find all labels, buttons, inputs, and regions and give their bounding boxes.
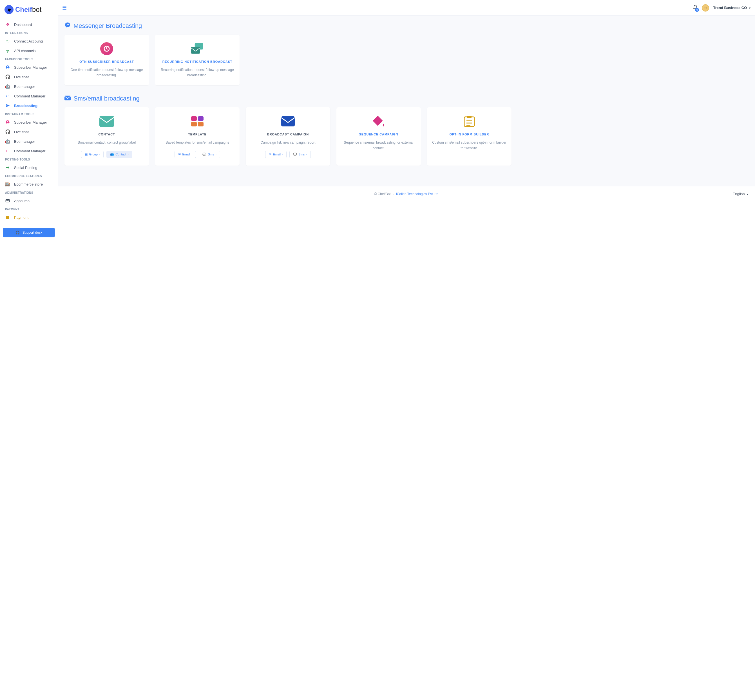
nav-ig-live-chat[interactable]: 🎧 Live chat xyxy=(0,127,58,137)
nav-heading-payment: PAYMENT xyxy=(0,206,58,212)
section-title-smsemail: Sms/email broadcasting xyxy=(64,95,748,102)
card-optin-form[interactable]: OPT-IN FORM BUILDER Custom sms/email sub… xyxy=(427,107,512,165)
contact-group-button[interactable]: ▦ Group › xyxy=(81,151,104,158)
header: ☰ 0 TB Trend Business CO ▾ xyxy=(58,0,755,16)
card-title: CONTACT xyxy=(70,133,144,136)
nav-label: Subscriber Manager xyxy=(14,65,47,70)
reply-icon: ↩ xyxy=(5,94,10,98)
nav-label: Bot manager xyxy=(14,139,35,144)
footer-sep: · xyxy=(393,192,394,196)
chip-label: Email xyxy=(273,153,281,156)
nav-heading-admin: ADMINISTRATIONS xyxy=(0,189,58,196)
card-title: SEQUENCE CAMPAIGN xyxy=(342,133,416,136)
nav-label: Dashboard xyxy=(14,22,32,27)
chevron-right-icon: › xyxy=(192,153,192,156)
chip-label: Sms xyxy=(208,153,214,156)
nav-fb-comment-mgr[interactable]: ↩ Comment Manager xyxy=(0,91,58,101)
svg-rect-10 xyxy=(191,47,200,54)
support-desk-button[interactable]: 🎧 Support desk xyxy=(3,228,55,238)
nav-ecom-store[interactable]: 🏬 Ecommerce store xyxy=(0,180,58,189)
user-menu[interactable]: Trend Business CO ▾ xyxy=(713,6,750,10)
link-icon: ⟲ xyxy=(5,39,10,44)
card-recurring-broadcast[interactable]: RECURRING NOTIFICATION BROADCAST Recurri… xyxy=(155,34,240,85)
notif-count: 0 xyxy=(695,8,699,12)
svg-point-4 xyxy=(7,121,8,122)
template-sms-button[interactable]: 💬 Sms › xyxy=(199,151,220,158)
stacked-mail-icon xyxy=(190,41,205,56)
card-sequence-campaign[interactable]: SEQUENCE CAMPAIGN Sequence sms/email bro… xyxy=(336,107,421,165)
section-title-messenger: Messenger Broadcasting xyxy=(64,22,748,30)
campaign-email-button[interactable]: ✉ Email › xyxy=(265,151,287,158)
nav-label: Live chat xyxy=(14,75,29,79)
robot-icon: 🤖 xyxy=(5,84,10,89)
sidebar: Cheifbot ❖ Dashboard INTEGRATIONS ⟲ Conn… xyxy=(0,0,58,700)
language-select[interactable]: English ▾ xyxy=(733,192,748,196)
card-desc: Saved templates for sms/email campaigns xyxy=(160,140,234,145)
share-icon xyxy=(5,165,10,170)
logo-text-a: Cheif xyxy=(15,6,32,13)
messenger-icon xyxy=(64,22,71,30)
nav-api-channels[interactable]: API channels xyxy=(0,46,58,55)
user-circle-icon xyxy=(5,120,10,125)
card-desc: Sequence sms/email broadcasting for exte… xyxy=(342,140,416,151)
notifications-button[interactable]: 0 xyxy=(693,5,698,11)
card-template: TEMPLATE Saved templates for sms/email c… xyxy=(155,107,240,165)
headset-icon: 🎧 xyxy=(5,74,10,80)
nav-appsumo[interactable]: Appsumo xyxy=(0,196,58,206)
nav-social-posting[interactable]: Social Posting xyxy=(0,163,58,172)
chevron-right-icon: › xyxy=(99,153,100,156)
chip-label: Contact xyxy=(115,153,126,156)
nav-ig-subscriber-mgr[interactable]: Subscriber Manager xyxy=(0,117,58,127)
flame-icon: ❖ xyxy=(5,22,10,27)
logo-text-b: bot xyxy=(32,6,41,13)
nav-ig-bot-mgr[interactable]: 🤖 Bot manager xyxy=(0,137,58,146)
grid-icon xyxy=(190,114,205,129)
nav-label: Live chat xyxy=(14,130,29,134)
content: Messenger Broadcasting OTN SUBSCRIBER BR… xyxy=(58,16,755,186)
footer-link[interactable]: iCollab Technologies Pvt Ltd xyxy=(396,192,438,196)
card-title: RECURRING NOTIFICATION BROADCAST xyxy=(160,60,234,63)
nav-fb-broadcasting[interactable]: Broadcasting xyxy=(0,101,58,110)
nav-heading-igtools: INSTAGRAM TOOLS xyxy=(0,110,58,117)
footer-copyright: © CheifBot xyxy=(374,192,390,196)
chip-label: Sms xyxy=(298,153,304,156)
template-email-button[interactable]: ✉ Email › xyxy=(175,151,196,158)
store-icon: 🏬 xyxy=(5,181,10,187)
wifi-icon xyxy=(5,48,10,53)
menu-toggle-icon[interactable]: ☰ xyxy=(62,5,67,11)
nav-label: Social Posting xyxy=(14,166,37,170)
nav-label: Broadcasting xyxy=(14,104,37,108)
campaign-sms-button[interactable]: 💬 Sms › xyxy=(289,151,310,158)
nav-ig-comment-mgr[interactable]: ↩ Comment Manager xyxy=(0,146,58,156)
contact-contact-button[interactable]: 👥 Contact › xyxy=(106,151,132,158)
nav-heading-ecom: ECOMMERCE FEATURES xyxy=(0,172,58,180)
nav-label: Comment Manager xyxy=(14,94,45,98)
nav-label: Subscriber Manager xyxy=(14,120,47,125)
comment-icon: 💬 xyxy=(293,153,297,156)
nav-label: Appsumo xyxy=(14,199,30,203)
svg-point-6 xyxy=(6,200,7,201)
nav-dashboard[interactable]: ❖ Dashboard xyxy=(0,20,58,29)
user-name-label: Trend Business CO xyxy=(713,6,747,10)
lang-label: English xyxy=(733,192,745,196)
id-card-icon xyxy=(5,198,10,203)
svg-rect-12 xyxy=(99,116,114,127)
card-desc: Campaign list, new campaign, report xyxy=(251,140,325,145)
nav-fb-subscriber-mgr[interactable]: Subscriber Manager xyxy=(0,62,58,72)
nav-payment[interactable]: Payment xyxy=(0,212,58,222)
chevron-down-icon: ▾ xyxy=(749,6,750,9)
section-title-label: Messenger Broadcasting xyxy=(73,22,142,30)
user-circle-icon xyxy=(5,65,10,70)
nav-label: API channels xyxy=(14,49,36,53)
nav-fb-live-chat[interactable]: 🎧 Live chat xyxy=(0,72,58,82)
footer: © CheifBot · iCollab Technologies Pvt Lt… xyxy=(58,186,755,202)
svg-rect-15 xyxy=(467,116,471,118)
card-otn-broadcast[interactable]: OTN SUBSCRIBER BROADCAST One-time notifi… xyxy=(64,34,149,85)
form-icon xyxy=(462,114,477,129)
logo[interactable]: Cheifbot xyxy=(0,3,58,20)
section-title-label: Sms/email broadcasting xyxy=(73,95,140,102)
nav-connect-accounts[interactable]: ⟲ Connect Accounts xyxy=(0,36,58,46)
card-desc: Custom sms/email subscribers opt-in form… xyxy=(432,140,507,151)
nav-fb-bot-mgr[interactable]: 🤖 Bot manager xyxy=(0,82,58,91)
avatar[interactable]: TB xyxy=(702,4,709,11)
